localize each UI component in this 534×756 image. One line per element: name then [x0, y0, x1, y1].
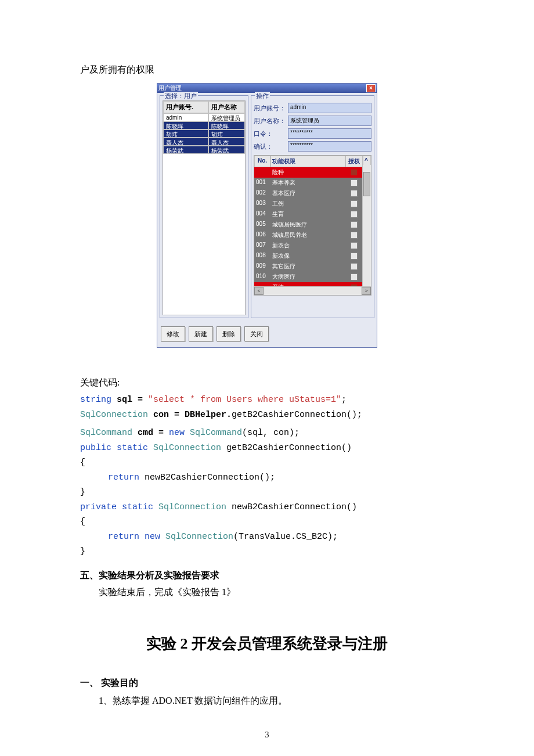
- code-text: (TransValue.: [233, 532, 296, 542]
- perm-checkbox-cell: [345, 188, 363, 199]
- code-text: cmd =: [132, 428, 169, 438]
- perm-row[interactable]: 险种: [254, 167, 371, 178]
- type: SqlConnection: [160, 532, 233, 542]
- section-five-title: 五、实验结果分析及实验报告要求: [80, 570, 454, 582]
- checkbox-icon[interactable]: [351, 273, 358, 280]
- perm-row[interactable]: 006城镇居民养老: [254, 230, 371, 240]
- code-text: getB2CashierConnection(): [226, 443, 352, 453]
- scroll-right-icon[interactable]: >: [362, 287, 371, 295]
- perm-name: 城镇居民养老: [270, 230, 345, 240]
- code-text: sql =: [111, 395, 148, 405]
- dialog-title: 用户管理: [158, 84, 182, 92]
- input-confirm[interactable]: **********: [288, 141, 371, 152]
- horizontal-scrollbar[interactable]: < >: [254, 286, 371, 295]
- perm-header: No. 功能权限 授权 ^: [254, 156, 371, 167]
- col-name[interactable]: 用户名称: [208, 101, 245, 113]
- keyword: return new: [108, 532, 160, 542]
- close-button[interactable]: 关闭: [244, 326, 269, 341]
- perm-name: 险种: [270, 167, 345, 178]
- scroll-left-icon[interactable]: <: [254, 287, 264, 295]
- perm-checkbox-cell: [345, 209, 363, 219]
- code-text: con = DBHelper.: [148, 410, 232, 420]
- checkbox-icon[interactable]: [351, 232, 358, 239]
- code-text: );: [327, 532, 338, 542]
- cell-name: 陈晓晖: [208, 121, 245, 129]
- permission-table: No. 功能权限 授权 ^ 险种001基本养老002基本医疗003工伤004生育…: [254, 155, 371, 296]
- cell-account: 杨荣武: [163, 146, 208, 154]
- type: SqlConnection: [148, 443, 226, 453]
- label-confirm: 确认：: [254, 142, 286, 151]
- table-row[interactable]: 陈晓晖 陈晓晖: [163, 121, 245, 129]
- perm-row[interactable]: 003工伤: [254, 199, 371, 209]
- code-text: newB2CashierConnection();: [139, 473, 275, 483]
- perm-checkbox-cell: [345, 251, 363, 261]
- string-literal: "select * from Users where uStatus=1": [148, 395, 341, 405]
- perm-row[interactable]: 007新农合: [254, 240, 371, 251]
- checkbox-icon[interactable]: [351, 263, 358, 270]
- perm-no: 008: [254, 251, 270, 261]
- perm-body: 险种001基本养老002基本医疗003工伤004生育005城镇居民医疗006城镇…: [254, 167, 371, 296]
- code-text: ;: [341, 395, 347, 405]
- perm-checkbox-cell: [345, 219, 363, 230]
- perm-name: 其它医疗: [270, 261, 345, 272]
- perm-checkbox-cell: [345, 272, 363, 282]
- keyword: public static: [80, 443, 148, 453]
- checkbox-icon[interactable]: [351, 242, 358, 249]
- close-icon[interactable]: ×: [366, 84, 376, 92]
- perm-row[interactable]: 009其它医疗: [254, 261, 371, 272]
- vertical-scrollbar[interactable]: [362, 165, 371, 287]
- type: SqlCommand: [185, 428, 242, 438]
- checkbox-icon[interactable]: [351, 221, 358, 228]
- perm-name: 基本医疗: [270, 188, 345, 199]
- input-username[interactable]: 系统管理员: [288, 116, 371, 126]
- input-account[interactable]: admin: [288, 103, 371, 113]
- cell-name: 胡玮: [208, 129, 245, 138]
- col-auth[interactable]: 授权: [345, 156, 363, 167]
- perm-row[interactable]: 008新农保: [254, 251, 371, 261]
- col-no[interactable]: No.: [254, 156, 270, 167]
- cell-account: 胡玮: [163, 129, 208, 138]
- perm-no: 007: [254, 240, 270, 251]
- table-row[interactable]: 杨荣武 杨荣武: [163, 146, 245, 154]
- user-table-header: 用户账号. 用户名称: [163, 101, 245, 113]
- perm-no: 005: [254, 219, 270, 230]
- table-row[interactable]: 胡玮 胡玮: [163, 129, 245, 138]
- col-func[interactable]: 功能权限: [270, 156, 345, 167]
- modify-button[interactable]: 修改: [161, 326, 185, 341]
- perm-name: 大病医疗: [270, 272, 345, 282]
- checkbox-icon[interactable]: [351, 211, 358, 218]
- checkbox-icon[interactable]: [351, 169, 358, 176]
- keyword: private static: [80, 502, 153, 512]
- section-five-text: 实验结束后，完成《实验报告 1》: [80, 586, 454, 599]
- perm-no: 010: [254, 272, 270, 282]
- perm-checkbox-cell: [345, 178, 363, 188]
- checkbox-icon[interactable]: [351, 200, 358, 207]
- code-text: (sql, con);: [242, 428, 300, 438]
- code-text: getB2CashierConnection();: [232, 410, 362, 420]
- perm-row[interactable]: 002基本医疗: [254, 188, 371, 199]
- checkbox-icon[interactable]: [351, 190, 358, 197]
- table-row[interactable]: 聂人杰 聂人杰: [163, 138, 245, 146]
- cell-name: 杨荣武: [208, 146, 245, 154]
- perm-row[interactable]: 001基本养老: [254, 178, 371, 188]
- checkbox-icon[interactable]: [351, 253, 358, 260]
- page-number: 3: [80, 730, 454, 740]
- user-management-dialog: 用户管理 × 选择：用户 用户账号. 用户名称 admin 系统管理员: [157, 83, 377, 348]
- checkbox-icon[interactable]: [351, 179, 358, 186]
- delete-button[interactable]: 删除: [217, 326, 241, 341]
- perm-name: 生育: [270, 209, 345, 219]
- perm-no: 001: [254, 178, 270, 188]
- perm-name: 基本养老: [270, 178, 345, 188]
- input-password[interactable]: **********: [288, 128, 371, 139]
- cell-account: 陈晓晖: [163, 121, 208, 129]
- table-row[interactable]: admin 系统管理员: [163, 113, 245, 121]
- type: SqlCommand: [80, 428, 132, 438]
- new-button[interactable]: 新建: [189, 326, 213, 341]
- perm-row[interactable]: 004生育: [254, 209, 371, 219]
- perm-row[interactable]: 010大病医疗: [254, 272, 371, 282]
- perm-row[interactable]: 005城镇居民医疗: [254, 219, 371, 230]
- perm-checkbox-cell: [345, 240, 363, 251]
- perm-no: 003: [254, 199, 270, 209]
- col-account[interactable]: 用户账号.: [163, 101, 208, 113]
- keyword: return: [108, 473, 139, 483]
